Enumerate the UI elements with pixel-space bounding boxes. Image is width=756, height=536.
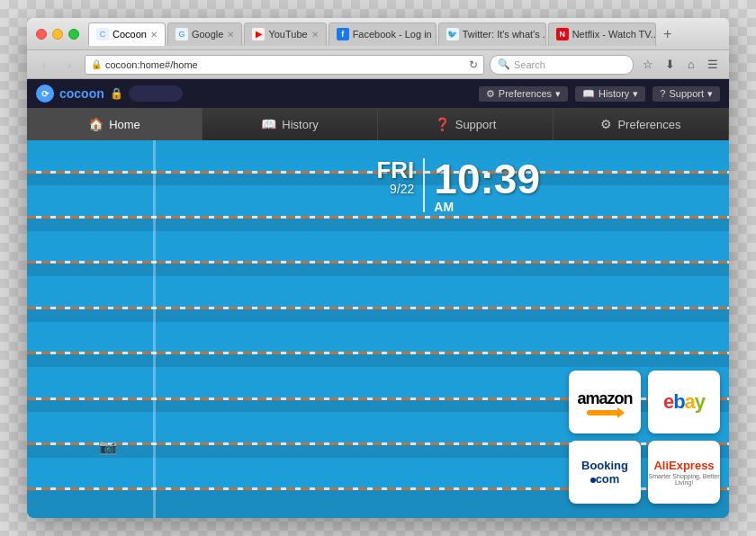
nav-tab-history[interactable]: 📖 History bbox=[202, 108, 378, 140]
time-clock-num: 10:39 bbox=[434, 158, 540, 200]
aliexpress-logo: AliExpress Smarter Shopping, Better Livi… bbox=[648, 459, 720, 486]
forward-button[interactable]: › bbox=[59, 55, 79, 75]
tab-favicon-youtube: ▶ bbox=[252, 28, 265, 40]
lane-line-4 bbox=[27, 307, 729, 309]
maximize-button[interactable] bbox=[68, 29, 79, 40]
new-tab-button[interactable]: + bbox=[658, 24, 678, 44]
refresh-icon[interactable]: ↻ bbox=[469, 58, 478, 71]
history-book-icon: 📖 bbox=[582, 88, 595, 100]
cocoon-history-button[interactable]: 📖 History ▾ bbox=[575, 86, 645, 102]
cocoon-support-button[interactable]: ? Support ▾ bbox=[652, 86, 720, 102]
tab-google[interactable]: G Google ✕ bbox=[167, 22, 242, 46]
bookmarks-icon[interactable]: ☆ bbox=[639, 56, 657, 74]
time-divider bbox=[423, 158, 425, 212]
cocoon-search-pill[interactable] bbox=[129, 85, 183, 102]
cocoon-bar-right: ⚙ Preferences ▾ 📖 History ▾ ? Support ▾ bbox=[479, 86, 720, 102]
address-bar: ‹ › 🔒 cocoon:home#/home ↻ 🔍 Search ☆ ⬇ ⌂… bbox=[27, 50, 729, 79]
back-button[interactable]: ‹ bbox=[34, 55, 54, 75]
home-icon[interactable]: ⌂ bbox=[682, 56, 700, 74]
tab-close-youtube[interactable]: ✕ bbox=[311, 30, 319, 40]
ebay-e: e bbox=[663, 390, 673, 413]
shortcut-aliexpress[interactable]: AliExpress Smarter Shopping, Better Livi… bbox=[648, 441, 720, 504]
main-content: FRI 9/22 10:39 AM 📷 amazon bbox=[27, 140, 729, 518]
home-tab-icon: 🏠 bbox=[88, 117, 104, 131]
time-ampm: AM bbox=[434, 200, 540, 214]
booking-dot-com: com bbox=[590, 472, 620, 486]
tab-label-facebook: Facebook - Log in ... bbox=[353, 29, 436, 40]
tab-favicon-facebook: f bbox=[337, 28, 349, 40]
amazon-text: amazon bbox=[577, 389, 632, 408]
ali-text: AliExpress bbox=[653, 459, 714, 472]
url-bar[interactable]: 🔒 cocoon:home#/home ↻ bbox=[85, 55, 484, 75]
title-bar: C Cocoon ✕ G Google ✕ ▶ YouTube ✕ f Face… bbox=[27, 18, 729, 50]
minimize-button[interactable] bbox=[52, 29, 63, 40]
tab-label-cocoon: Cocoon bbox=[112, 29, 147, 40]
home-tab-label: Home bbox=[109, 118, 140, 131]
booking-text: Booking bbox=[581, 459, 628, 472]
cocoon-bar: ⟳ cocoon 🔒 ⚙ Preferences ▾ 📖 History ▾ ? bbox=[27, 79, 729, 108]
booking-dot-icon bbox=[590, 478, 596, 483]
close-button[interactable] bbox=[36, 29, 47, 40]
search-placeholder: Search bbox=[514, 59, 545, 70]
cocoon-lock-icon: 🔒 bbox=[110, 87, 123, 100]
cocoon-name: cocoon bbox=[59, 86, 104, 101]
tab-close-google[interactable]: ✕ bbox=[227, 30, 234, 40]
traffic-lights bbox=[36, 29, 79, 40]
shortcut-amazon[interactable]: amazon bbox=[569, 371, 641, 433]
history-tab-label: History bbox=[282, 118, 318, 131]
outer-background: C Cocoon ✕ G Google ✕ ▶ YouTube ✕ f Face… bbox=[0, 0, 756, 536]
ebay-logo: ebay bbox=[663, 390, 705, 414]
tabs-bar: C Cocoon ✕ G Google ✕ ▶ YouTube ✕ f Face… bbox=[88, 22, 720, 46]
ebay-a: a bbox=[685, 390, 695, 413]
tab-youtube[interactable]: ▶ YouTube ✕ bbox=[244, 22, 326, 46]
support-label: Support bbox=[669, 88, 704, 99]
time-display: FRI 9/22 10:39 AM bbox=[376, 158, 540, 214]
tab-label-netflix: Netflix - Watch TV... bbox=[572, 29, 656, 40]
time-day-label: FRI bbox=[376, 158, 414, 182]
cocoon-logo: ⟳ cocoon bbox=[36, 85, 104, 103]
booking-logo: Booking com bbox=[581, 459, 628, 486]
tab-cocoon[interactable]: C Cocoon ✕ bbox=[88, 22, 166, 46]
tab-close-cocoon[interactable]: ✕ bbox=[150, 30, 158, 40]
nav-tab-preferences[interactable]: ⚙ Preferences bbox=[554, 108, 729, 140]
lane-line-3 bbox=[27, 261, 729, 264]
shortcuts-grid: amazon ebay Booking com bbox=[569, 371, 720, 504]
support-tab-icon: ❓ bbox=[435, 117, 450, 131]
history-tab-icon: 📖 bbox=[261, 117, 276, 131]
tab-facebook[interactable]: f Facebook - Log in ... ✕ bbox=[328, 22, 436, 46]
menu-icon[interactable]: ☰ bbox=[704, 56, 722, 74]
shortcut-booking[interactable]: Booking com bbox=[569, 441, 641, 504]
time-day-section: FRI 9/22 bbox=[376, 158, 414, 196]
support-chevron: ▾ bbox=[707, 88, 713, 100]
lane-line-2 bbox=[27, 216, 729, 219]
tab-favicon-twitter: 🐦 bbox=[446, 28, 459, 40]
preferences-label: Preferences bbox=[499, 88, 552, 99]
time-date-label: 9/22 bbox=[376, 182, 414, 196]
search-bar[interactable]: 🔍 Search bbox=[490, 55, 634, 75]
amazon-arrow bbox=[587, 410, 623, 415]
nav-tab-home[interactable]: 🏠 Home bbox=[27, 108, 202, 140]
history-chevron: ▾ bbox=[633, 88, 638, 100]
tab-twitter[interactable]: 🐦 Twitter: It's what's ... ✕ bbox=[438, 22, 546, 46]
nav-tab-support[interactable]: ❓ Support bbox=[378, 108, 554, 140]
amazon-logo: amazon bbox=[577, 389, 632, 415]
preferences-tab-icon: ⚙ bbox=[600, 117, 612, 131]
tab-label-twitter: Twitter: It's what's ... bbox=[463, 29, 546, 40]
shortcut-ebay[interactable]: ebay bbox=[648, 371, 720, 433]
time-clock-section: 10:39 AM bbox=[434, 158, 540, 214]
support-tab-label: Support bbox=[455, 118, 497, 131]
cocoon-preferences-button[interactable]: ⚙ Preferences ▾ bbox=[479, 86, 568, 102]
nav-tabs: 🏠 Home 📖 History ❓ Support ⚙ Preferences bbox=[27, 108, 729, 140]
tab-favicon-netflix: N bbox=[556, 28, 569, 40]
support-icon: ? bbox=[660, 88, 665, 99]
history-label: History bbox=[598, 88, 629, 99]
lane-line-5 bbox=[27, 352, 729, 354]
tab-favicon-cocoon: C bbox=[96, 28, 109, 40]
tab-label-youtube: YouTube bbox=[268, 29, 307, 40]
tab-netflix[interactable]: N Netflix - Watch TV... ✕ bbox=[548, 22, 656, 46]
toolbar-icons: ☆ ⬇ ⌂ ☰ bbox=[639, 56, 722, 74]
download-icon[interactable]: ⬇ bbox=[661, 56, 679, 74]
ebay-b: b bbox=[673, 390, 684, 413]
url-text: cocoon:home#/home bbox=[105, 59, 465, 70]
preferences-chevron: ▾ bbox=[555, 88, 561, 100]
